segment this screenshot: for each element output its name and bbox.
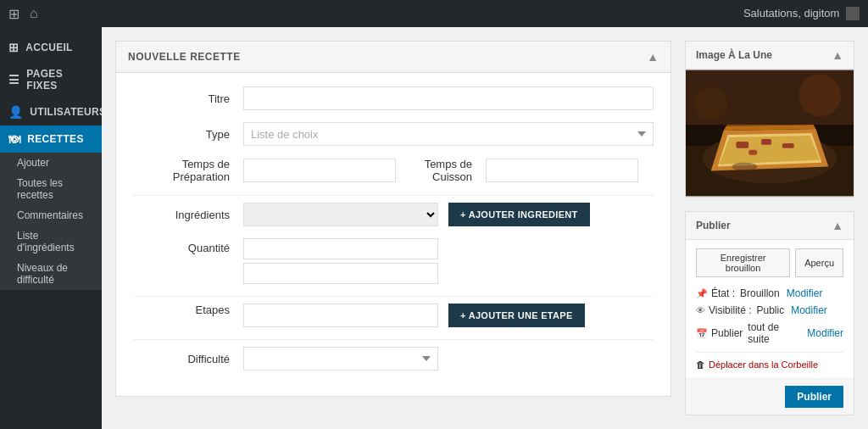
publier-toggle[interactable]: ▲ [832, 219, 843, 232]
temps-cuisson-input[interactable] [486, 159, 638, 182]
etapes-label: Etapes [133, 304, 243, 316]
sidebar-label-accueil: Accueil [25, 42, 72, 53]
ingredients-label: Ingrédients [133, 209, 243, 221]
image-panel: Image à la Une ▲ [685, 41, 854, 198]
user-avatar [846, 7, 860, 20]
featured-image-container[interactable] [686, 70, 854, 197]
sidebar-label-utilisateurs: Utilisateurs [30, 106, 102, 118]
submenu-toutes-recettes[interactable]: Toutes les recettes [0, 173, 102, 205]
titre-row: Titre [133, 86, 654, 110]
panel-collapse-icon[interactable]: ▲ [647, 50, 659, 64]
temps-cuisson-label: Temps deCuisson [409, 158, 486, 183]
titre-input[interactable] [243, 86, 654, 110]
svg-rect-8 [782, 143, 794, 148]
separator-1 [133, 195, 654, 196]
submenu-niveaux-difficulte[interactable]: Niveaux de difficulté [0, 258, 102, 290]
etapes-input[interactable] [243, 304, 438, 327]
publier-footer: Publier [686, 378, 854, 415]
publier-title: Publier [696, 220, 731, 231]
publier-header: Publier ▲ [686, 212, 854, 240]
visibilite-value: Public [756, 304, 784, 316]
panel-header: NOUVELLE RECETTE ▲ [116, 42, 670, 73]
users-icon: 👤 [8, 105, 23, 119]
publier-quand-row: 📅 Publier tout de suite Modifier [696, 321, 843, 345]
image-panel-toggle[interactable]: ▲ [832, 48, 843, 62]
add-etape-button[interactable]: + AJOUTER UNE ETAPE [448, 304, 585, 327]
etat-modifier-link[interactable]: Modifier [787, 287, 823, 299]
quantite-label: Quantité [133, 238, 243, 254]
sidebar-submenu: Ajouter Toutes les recettes Commentaires… [0, 153, 102, 290]
type-row: Type Liste de choix [133, 122, 654, 146]
etat-icon: 📌 [696, 288, 708, 299]
visibilite-label: Visibilité : [709, 304, 751, 316]
visibilite-row: 👁 Visibilité : Public Modifier [696, 304, 843, 316]
etat-label: État : [711, 287, 735, 299]
quantite-inputs [243, 238, 438, 284]
main-layout: ⊞ Accueil ☰ Pages Fixes 👤 Utilisateurs 🍽… [0, 27, 868, 429]
top-bar: ⊞ ⌂ Salutations, digitom [0, 0, 868, 27]
submenu-ajouter[interactable]: Ajouter [0, 153, 102, 173]
sidebar-label-recettes: Recettes [27, 133, 83, 145]
calendar-icon: 📅 [696, 328, 708, 339]
publier-panel: Publier ▲ Enregistrer brouillon Aperçu 📌… [685, 211, 854, 415]
panel-title: NOUVELLE RECETTE [128, 51, 241, 63]
sidebar-item-accueil[interactable]: ⊞ Accueil [0, 34, 102, 61]
svg-rect-9 [748, 150, 757, 155]
submenu-commentaires[interactable]: Commentaires [0, 205, 102, 226]
svg-point-15 [694, 87, 728, 121]
svg-point-14 [799, 75, 842, 117]
etat-row: 📌 État : Brouillon Modifier [696, 287, 843, 299]
publish-button[interactable]: Publier [785, 386, 843, 408]
publier-meta: 📌 État : Brouillon Modifier 👁 Visibilité… [696, 287, 843, 345]
temps-prep-label: Temps dePréparation [133, 158, 243, 183]
publier-label: Publier [711, 327, 743, 339]
image-panel-title: Image à la Une [696, 49, 772, 61]
quantite-input-2[interactable] [243, 263, 438, 284]
greeting-text: Salutations, digitom [743, 7, 839, 20]
difficulte-label: Difficulté [133, 353, 243, 365]
separator-2 [133, 296, 654, 297]
top-bar-left: ⊞ ⌂ [8, 6, 38, 22]
visibilite-modifier-link[interactable]: Modifier [791, 304, 827, 316]
content-area: NOUVELLE RECETTE ▲ Titre Type Liste de c… [102, 27, 868, 429]
ingredients-select[interactable] [243, 203, 438, 226]
trash-row: 🗑 Déplacer dans la Corbeille [696, 352, 843, 370]
featured-image-svg [686, 70, 854, 197]
wordpress-icon[interactable]: ⊞ [8, 6, 19, 22]
publier-actions: Enregistrer brouillon Aperçu [696, 248, 843, 277]
submenu-liste-ingredients[interactable]: Liste d'ingrédients [0, 226, 102, 258]
temps-row: Temps dePréparation Temps deCuisson [133, 158, 654, 183]
svg-rect-7 [761, 139, 771, 145]
quantite-section: Quantité [133, 238, 654, 284]
type-label: Type [133, 128, 243, 141]
quantite-input-1[interactable] [243, 238, 438, 259]
recettes-icon: 🍽 [8, 132, 20, 146]
etat-value: Brouillon [740, 287, 780, 299]
home-icon[interactable]: ⌂ [30, 6, 38, 21]
type-select[interactable]: Liste de choix [243, 122, 654, 146]
save-draft-button[interactable]: Enregistrer brouillon [696, 248, 790, 277]
ingredients-row: Ingrédients + AJOUTER INGREDIENT [133, 203, 654, 226]
preview-button[interactable]: Aperçu [795, 248, 843, 277]
publier-quand: tout de suite [748, 321, 800, 345]
sidebar-item-utilisateurs[interactable]: 👤 Utilisateurs [0, 98, 102, 125]
add-ingredient-button[interactable]: + AJOUTER INGREDIENT [448, 203, 590, 226]
difficulte-select[interactable] [243, 347, 438, 370]
visibilite-icon: 👁 [696, 305, 705, 315]
svg-rect-6 [736, 142, 748, 148]
main-panel: NOUVELLE RECETTE ▲ Titre Type Liste de c… [115, 41, 671, 397]
sidebar-item-pages-fixes[interactable]: ☰ Pages Fixes [0, 61, 102, 98]
trash-icon: 🗑 [696, 359, 705, 370]
svg-point-12 [732, 163, 757, 171]
pages-icon: ☰ [8, 73, 19, 86]
form-body: Titre Type Liste de choix Temps dePrépar… [116, 73, 670, 396]
temps-prep-input[interactable] [243, 159, 396, 182]
top-bar-greeting: Salutations, digitom [743, 7, 860, 21]
publier-modifier-link[interactable]: Modifier [807, 327, 843, 339]
etapes-row: Etapes + AJOUTER UNE ETAPE [133, 304, 654, 327]
trash-link[interactable]: Déplacer dans la Corbeille [709, 359, 818, 370]
publier-body: Enregistrer brouillon Aperçu 📌 État : Br… [686, 240, 854, 378]
sidebar-item-recettes[interactable]: 🍽 Recettes [0, 125, 102, 153]
right-panel: Image à la Une ▲ [685, 41, 854, 415]
titre-label: Titre [133, 92, 243, 105]
